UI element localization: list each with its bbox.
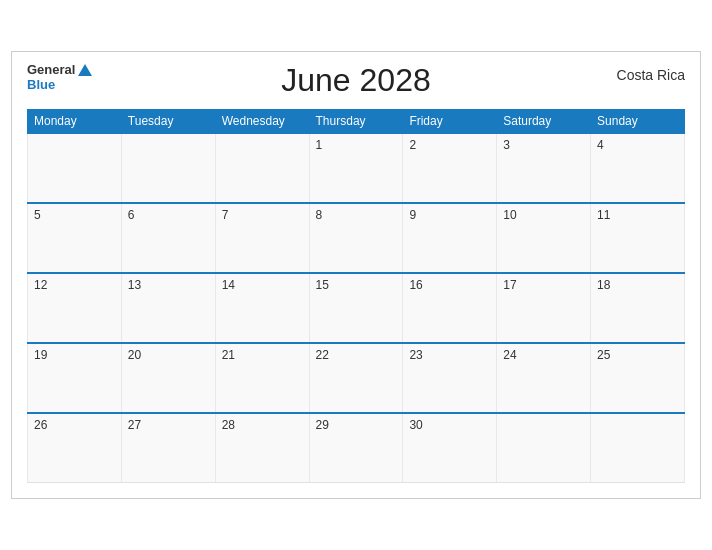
calendar-day-cell: 3	[497, 133, 591, 203]
calendar-day-cell: 2	[403, 133, 497, 203]
calendar-day-cell: 5	[28, 203, 122, 273]
calendar-day-cell: 6	[121, 203, 215, 273]
calendar-day-cell: 13	[121, 273, 215, 343]
calendar-grid: Monday Tuesday Wednesday Thursday Friday…	[27, 109, 685, 484]
calendar-week-row: 19202122232425	[28, 343, 685, 413]
calendar-week-row: 567891011	[28, 203, 685, 273]
header-wednesday: Wednesday	[215, 109, 309, 133]
calendar-day-cell: 26	[28, 413, 122, 483]
calendar-day-cell: 11	[591, 203, 685, 273]
country-label: Costa Rica	[617, 67, 685, 83]
calendar-day-cell: 8	[309, 203, 403, 273]
logo-triangle-icon	[78, 64, 92, 76]
calendar-day-cell: 30	[403, 413, 497, 483]
calendar-day-cell: 20	[121, 343, 215, 413]
calendar-day-cell: 23	[403, 343, 497, 413]
calendar-day-cell	[497, 413, 591, 483]
header-tuesday: Tuesday	[121, 109, 215, 133]
calendar-day-cell: 4	[591, 133, 685, 203]
calendar-header: General Blue June 2028 Costa Rica	[27, 62, 685, 99]
calendar-day-cell: 10	[497, 203, 591, 273]
header-saturday: Saturday	[497, 109, 591, 133]
calendar-title: June 2028	[281, 62, 430, 99]
calendar-day-cell: 7	[215, 203, 309, 273]
calendar-day-cell: 12	[28, 273, 122, 343]
header-sunday: Sunday	[591, 109, 685, 133]
header-monday: Monday	[28, 109, 122, 133]
calendar-day-cell: 21	[215, 343, 309, 413]
calendar-day-cell: 27	[121, 413, 215, 483]
calendar-day-cell: 15	[309, 273, 403, 343]
days-header-row: Monday Tuesday Wednesday Thursday Friday…	[28, 109, 685, 133]
calendar-day-cell: 24	[497, 343, 591, 413]
header-friday: Friday	[403, 109, 497, 133]
calendar-day-cell	[591, 413, 685, 483]
logo: General Blue	[27, 62, 92, 93]
calendar-day-cell	[215, 133, 309, 203]
calendar-day-cell: 16	[403, 273, 497, 343]
calendar-day-cell: 17	[497, 273, 591, 343]
calendar-week-row: 12131415161718	[28, 273, 685, 343]
calendar-day-cell: 28	[215, 413, 309, 483]
calendar-day-cell: 19	[28, 343, 122, 413]
calendar-day-cell: 25	[591, 343, 685, 413]
calendar-day-cell: 18	[591, 273, 685, 343]
calendar-day-cell	[121, 133, 215, 203]
calendar-week-row: 2627282930	[28, 413, 685, 483]
calendar-day-cell: 14	[215, 273, 309, 343]
calendar-week-row: 1234	[28, 133, 685, 203]
logo-blue-text: Blue	[27, 77, 55, 93]
calendar-day-cell: 29	[309, 413, 403, 483]
logo-general-text: General	[27, 62, 75, 78]
calendar-day-cell: 1	[309, 133, 403, 203]
calendar-container: General Blue June 2028 Costa Rica Monday…	[11, 51, 701, 500]
calendar-day-cell: 22	[309, 343, 403, 413]
calendar-day-cell: 9	[403, 203, 497, 273]
header-thursday: Thursday	[309, 109, 403, 133]
calendar-day-cell	[28, 133, 122, 203]
